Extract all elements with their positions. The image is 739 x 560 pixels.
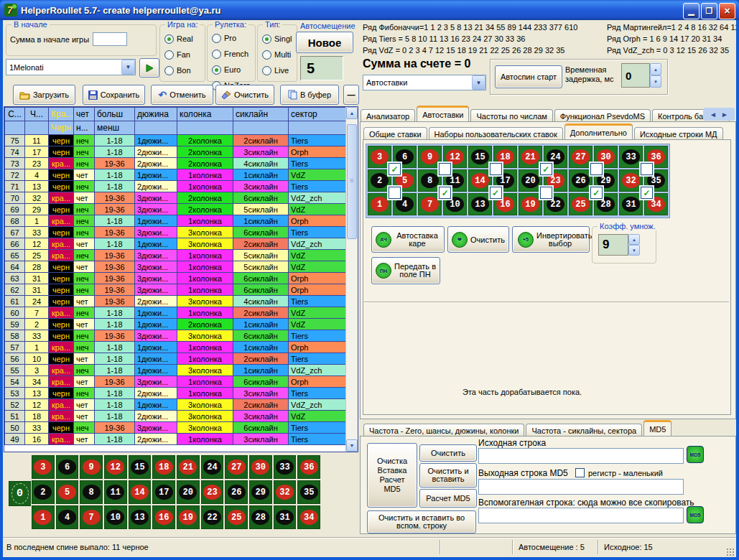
radio-Bon[interactable]: Bon (160, 62, 205, 78)
board-cell-31[interactable]: 31 (619, 193, 643, 215)
save-button[interactable]: Сохранить (83, 85, 145, 105)
autospin-start-button[interactable]: Автоспин старт (495, 65, 562, 88)
tab-MD5[interactable]: MD5 (643, 420, 671, 436)
board-cell-4[interactable]: 4 (56, 505, 79, 529)
board-cell-9[interactable]: 9 (80, 455, 103, 479)
table-row[interactable]: 553кра...неч1-181дюжи...3колонка1сиклайн… (5, 365, 348, 376)
board-cell-21[interactable]: 21 (177, 455, 200, 479)
kare-clear-button[interactable]: ❤ Очистить (447, 226, 509, 253)
scroll-up-icon[interactable]: ▲ (346, 107, 358, 119)
board-cell-18[interactable]: 18 (152, 455, 175, 479)
spin-down-icon[interactable]: ▼ (628, 245, 640, 256)
kare-checkbox-bottom-1[interactable] (389, 187, 401, 199)
radio-Live[interactable]: Live (258, 62, 297, 78)
board-cell-22[interactable]: 22 (201, 505, 224, 529)
table-row[interactable]: 6929черннеч19-363дюжи...2колонка5сиклайн… (5, 204, 348, 215)
board-cell-zero[interactable]: 0 (9, 481, 31, 506)
board-cell-3[interactable]: 3 (32, 455, 55, 479)
radio-Pro[interactable]: Pro (208, 30, 255, 46)
md5-out-input[interactable] (478, 479, 684, 495)
table-row[interactable]: 5033черннеч19-363дюжи...3колонка6сиклайн… (5, 422, 348, 434)
close-button[interactable]: ✕ (719, 3, 735, 19)
new-button[interactable]: Новое (296, 32, 353, 53)
table-row[interactable]: 5434кра...чет19-363дюжи...1колонка6сикла… (5, 376, 348, 388)
kare-checkbox-top-3[interactable] (490, 163, 502, 175)
tab-left-icon[interactable]: ◄ (710, 111, 717, 118)
table-row[interactable]: 5212кра...чет1-181дюжи...3колонка2сиклай… (5, 399, 348, 411)
table-row[interactable]: 5610чернчет1-181дюжи...1колонка2сиклайнT… (5, 353, 348, 365)
kare-checkbox-top-2[interactable] (439, 163, 451, 175)
table-row[interactable]: 724чернчет1-181дюжи...1колонка1сиклайнVd… (5, 169, 348, 181)
tab-Автоставки[interactable]: Автоставки (417, 106, 469, 121)
table-row[interactable]: 7323кра...неч19-362дюжи...2колонка4сикла… (5, 158, 348, 169)
board-cell-32[interactable]: 32 (274, 480, 297, 504)
radio-icon[interactable] (164, 66, 174, 75)
kare-checkbox-top-4[interactable]: ✓ (540, 163, 552, 175)
tab-Дополнительно[interactable]: Дополнительно (564, 123, 633, 139)
undo-button[interactable]: ↶ Отменить (151, 85, 213, 105)
board-cell-33[interactable]: 33 (619, 146, 643, 168)
board-cell-27[interactable]: 27 (569, 146, 592, 168)
radio-icon[interactable] (212, 34, 221, 43)
board-cell-14[interactable]: 14 (468, 169, 492, 192)
board-cell-26[interactable]: 26 (569, 169, 592, 192)
board-cell-13[interactable]: 13 (129, 505, 152, 529)
table-row[interactable]: 6612кра...чет1-181дюжи...3колонка2сиклай… (5, 238, 348, 250)
board-cell-10[interactable]: 10 (104, 505, 127, 529)
table-row[interactable]: 7032кра...чет19-363дюжи...2колонка6сикла… (5, 192, 348, 204)
table-row[interactable]: 571кра...неч1-181дюжи...1колонка1сиклайн… (5, 342, 348, 353)
board-cell-25[interactable]: 25 (569, 193, 592, 215)
tab-Частоты по числам[interactable]: Частоты по числам (470, 109, 552, 121)
radio-icon[interactable] (212, 65, 221, 75)
maximize-button[interactable]: ❒ (701, 3, 717, 19)
tab-Исходные строки МД[interactable]: Исходные строки МД (634, 127, 723, 139)
board-cell-24[interactable]: 24 (201, 455, 224, 479)
scrollbar-thumb[interactable] (347, 124, 357, 239)
board-cell-14[interactable]: 14 (129, 480, 152, 504)
board-cell-5[interactable]: 5 (56, 480, 79, 504)
md5-clear-button[interactable]: Очистить (419, 444, 477, 462)
board-cell-35[interactable]: 35 (297, 480, 320, 504)
profile-combo[interactable]: 1Melonati ▼ (6, 59, 136, 75)
kare-checkbox-bottom-4[interactable] (540, 187, 552, 199)
table-row[interactable]: 4916кра...чет1-182дюжи...1колонка3сиклай… (5, 434, 348, 445)
board-cell-13[interactable]: 13 (468, 193, 492, 215)
board-cell-20[interactable]: 20 (519, 169, 542, 192)
board-cell-31[interactable]: 31 (274, 505, 297, 529)
board-cell-7[interactable]: 7 (418, 193, 442, 215)
board-cell-17[interactable]: 17 (152, 480, 175, 504)
md5-calc-icon[interactable]: MD5 (687, 446, 704, 463)
table-row[interactable]: 6525кра...неч19-363дюжи...1колонка5сикла… (5, 250, 348, 261)
resize-grip[interactable] (726, 548, 735, 556)
md5-calc-button[interactable]: Расчет MD5 (419, 489, 477, 508)
table-row[interactable]: 6124чернчет19-362дюжи...3колонка4сиклайн… (5, 296, 348, 307)
md5-src-input[interactable] (478, 448, 684, 464)
table-row[interactable]: 7511черннеч1-181дюжи...2колонка2сиклайнT… (5, 135, 348, 146)
board-cell-6[interactable]: 6 (56, 455, 79, 479)
board-cell-19[interactable]: 19 (177, 505, 200, 529)
board-cell-2[interactable]: 2 (368, 169, 391, 192)
kare-checkbox-top-6[interactable] (641, 163, 653, 175)
board-cell-28[interactable]: 28 (249, 505, 272, 529)
board-cell-19[interactable]: 19 (519, 193, 542, 215)
minus-button[interactable]: — (343, 85, 359, 105)
radio-icon[interactable] (262, 66, 271, 75)
tab-right-icon[interactable]: ► (721, 111, 728, 118)
tab-Функционал PsevdoMS[interactable]: Функционал PsevdoMS (554, 109, 651, 121)
table-row[interactable]: 5313черннеч1-182дюжи...1колонка3сиклайнT… (5, 388, 348, 399)
table-row[interactable]: 6428чернчет19-363дюжи...1колонка5сиклайн… (5, 261, 348, 273)
table-row[interactable]: 7113черннеч1-182дюжи...1колонка3сиклайнT… (5, 181, 348, 192)
md5-aux-input[interactable] (478, 508, 684, 523)
table-row[interactable]: 607кра...неч1-181дюжи...1колонка2сиклайн… (5, 307, 348, 319)
board-cell-15[interactable]: 15 (129, 455, 152, 479)
transfer-pn-button[interactable]: ПН Передать в поле ПН (371, 257, 440, 284)
minimize-button[interactable]: ▁ (683, 3, 700, 19)
kare-checkbox-top-5[interactable] (590, 163, 603, 175)
md5-clear-insert-aux-button[interactable]: Очистить и вставить во вспом. строку (367, 510, 476, 533)
board-cell-26[interactable]: 26 (225, 480, 248, 504)
board-cell-32[interactable]: 32 (619, 169, 643, 192)
board-cell-23[interactable]: 23 (201, 480, 224, 504)
md5-aux-icon[interactable]: MD5 (687, 506, 704, 523)
table-row[interactable]: 6733черннеч19-363дюжи...3колонка6сиклайн… (5, 227, 348, 238)
board-cell-9[interactable]: 9 (418, 146, 442, 168)
